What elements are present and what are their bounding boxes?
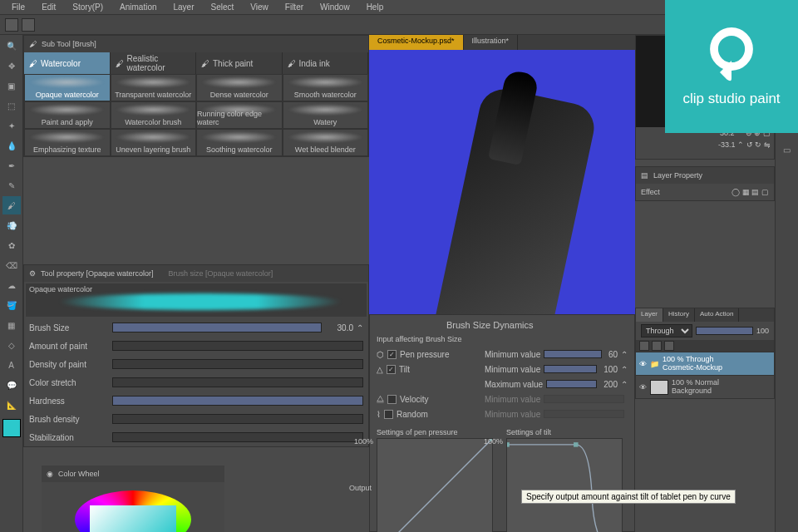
blend-icon[interactable]: ☁: [2, 276, 21, 294]
prop-stabilization[interactable]: Stabilization: [24, 428, 368, 446]
subtool-title: Sub Tool [Brush]: [42, 40, 96, 48]
lock-icon[interactable]: [652, 341, 662, 351]
prop-hardness[interactable]: Hardness: [24, 392, 368, 410]
pen-icon[interactable]: ✒: [2, 156, 21, 175]
tab-realistic[interactable]: 🖌Realistic watercolor: [111, 52, 197, 74]
brush-grid: Opaque watercolor Transparent watercolor…: [24, 74, 368, 156]
eye-icon[interactable]: 👁: [639, 383, 647, 392]
document-tabs: Cosmetic-Mockup.psd* Illustration*: [369, 35, 635, 50]
pencil-icon[interactable]: ✎: [2, 176, 21, 195]
layer-item-background[interactable]: 👁 100 % NormalBackground: [636, 375, 774, 398]
magnifier-icon[interactable]: 🔍: [2, 37, 21, 55]
crop-icon[interactable]: ▣: [2, 76, 21, 95]
shape-icon[interactable]: ◇: [2, 336, 21, 354]
prop-brushsize[interactable]: Brush Size30.0⌃: [24, 318, 368, 337]
cb-random[interactable]: [384, 410, 393, 419]
cb-velocity[interactable]: [387, 395, 397, 404]
gradient-icon[interactable]: ▦: [2, 316, 21, 334]
menu-file[interactable]: File: [3, 2, 33, 12]
subtool-tabs: 🖌Watercolor 🖌Realistic watercolor 🖌Thick…: [24, 52, 368, 74]
opacity-value: 100: [756, 327, 769, 335]
toolbar-icon[interactable]: [22, 18, 35, 32]
brush-texture[interactable]: Emphasizing texture: [24, 129, 111, 156]
eye-icon[interactable]: 👁: [639, 360, 647, 368]
ruler-icon[interactable]: 📐: [2, 396, 21, 414]
doc-tab-active[interactable]: Cosmetic-Mockup.psd*: [369, 35, 464, 50]
logo-text: clip studio paint: [682, 91, 780, 107]
tab-autoaction[interactable]: Auto Action: [695, 308, 739, 322]
doc-tab[interactable]: Illustration*: [464, 35, 519, 50]
text-icon[interactable]: A: [2, 356, 21, 374]
brush-paintapply[interactable]: Paint and apply: [24, 101, 111, 129]
eraser-icon[interactable]: ⌫: [2, 256, 21, 274]
tilt-curve[interactable]: 100% HorizontalVertical: [506, 438, 623, 532]
brush-opaque[interactable]: Opaque watercolor: [24, 74, 111, 101]
cb-penpressure[interactable]: ✓: [387, 350, 397, 359]
brush-uneven[interactable]: Uneven layering brush: [111, 129, 197, 156]
tab-layer[interactable]: Layer: [636, 308, 663, 322]
menu-filter[interactable]: Filter: [277, 2, 312, 12]
opacity-slider[interactable]: [696, 327, 753, 335]
colorwheel-title: Color Wheel: [58, 470, 100, 478]
brush-wetbleed[interactable]: Wet bleed blender: [283, 129, 369, 156]
menu-help[interactable]: Help: [358, 2, 392, 12]
prop-stretch[interactable]: Color stretch: [24, 373, 368, 392]
prop-amount[interactable]: Amount of paint: [24, 337, 368, 355]
eyedropper-icon[interactable]: 💧: [2, 136, 21, 155]
menu-select[interactable]: Select: [203, 2, 243, 12]
brush-watery[interactable]: Watery: [283, 101, 369, 129]
decoration-icon[interactable]: ✿: [2, 236, 21, 254]
gear-icon: ⚙: [29, 269, 36, 278]
svg-rect-3: [507, 442, 510, 447]
balloon-icon[interactable]: 💬: [2, 376, 21, 394]
menu-animation[interactable]: Animation: [111, 2, 165, 12]
lock-icon[interactable]: [664, 341, 674, 351]
selection-icon[interactable]: ⬚: [2, 96, 21, 115]
fill-icon[interactable]: 🪣: [2, 296, 21, 314]
tab-history[interactable]: History: [663, 308, 695, 322]
wand-icon[interactable]: ✦: [2, 116, 21, 135]
menu-edit[interactable]: Edit: [33, 2, 64, 12]
brushsize-tab[interactable]: Brush size [Opaque watercolor]: [169, 269, 273, 278]
toolbar-icon[interactable]: [5, 18, 18, 32]
brush-soothing[interactable]: Soothing watercolor: [196, 129, 283, 156]
cb-tilt[interactable]: ✓: [387, 365, 396, 374]
blend-mode-select[interactable]: Through: [641, 324, 692, 337]
svg-line-0: [377, 439, 492, 532]
brush-name: Opaque watercolor: [29, 285, 92, 293]
dynamics-subtitle: Input affecting Brush Size: [377, 335, 628, 343]
color-wheel[interactable]: [75, 490, 191, 532]
brush-icon[interactable]: 🖌: [2, 196, 21, 214]
brush-smooth[interactable]: Smooth watercolor: [283, 74, 369, 101]
folder-icon[interactable]: ▭: [778, 140, 796, 159]
slider-min1[interactable]: [544, 350, 602, 358]
effect-icons[interactable]: ◯ ▦ ▤ ▢: [732, 188, 769, 196]
brush-transparent[interactable]: Transparent watercolor: [111, 74, 197, 101]
menu-view[interactable]: View: [242, 2, 277, 12]
dynamics-title: Brush Size Dynamics: [446, 320, 628, 330]
tab-indiaink[interactable]: 🖌India ink: [283, 52, 369, 74]
left-toolbar: 🔍 ✥ ▣ ⬚ ✦ 💧 ✒ ✎ 🖌 💨 ✿ ⌫ ☁ 🪣 ▦ ◇ A 💬 📐: [0, 35, 23, 532]
slider-max[interactable]: [546, 380, 597, 388]
brush-watercolor[interactable]: Watercolor brush: [111, 101, 197, 129]
layer-panel: Layer History Auto Action Through 100 👁 …: [635, 308, 775, 399]
lock-icon[interactable]: [639, 341, 649, 351]
tab-watercolor[interactable]: 🖌Watercolor: [24, 52, 111, 74]
menu-story[interactable]: Story(P): [64, 2, 111, 12]
menu-layer[interactable]: Layer: [165, 2, 203, 12]
pressure-curve[interactable]: 100% Output 0% 0%Pen pressure100%: [377, 438, 493, 532]
menu-window[interactable]: Window: [312, 2, 358, 12]
foreground-color[interactable]: [2, 419, 21, 437]
graph2-title: Settings of tilt: [506, 428, 623, 436]
tab-thickpaint[interactable]: 🖌Thick paint: [196, 52, 283, 74]
layer-item-mockup[interactable]: 👁 📁 100 % ThroughCosmetic-Mockup: [636, 352, 774, 375]
logo-icon: [702, 26, 761, 84]
move-icon[interactable]: ✥: [2, 57, 21, 75]
prop-density[interactable]: Density of paint: [24, 355, 368, 373]
slider-min2[interactable]: [544, 365, 597, 373]
brush-running[interactable]: Running color edge waterc: [196, 101, 283, 129]
airbrush-icon[interactable]: 💨: [2, 216, 21, 234]
prop-brushdensity[interactable]: Brush density: [24, 410, 368, 428]
brush-dense[interactable]: Dense watercolor: [196, 74, 283, 101]
tooltip: Specify output amount against tilt of ta…: [521, 490, 736, 504]
